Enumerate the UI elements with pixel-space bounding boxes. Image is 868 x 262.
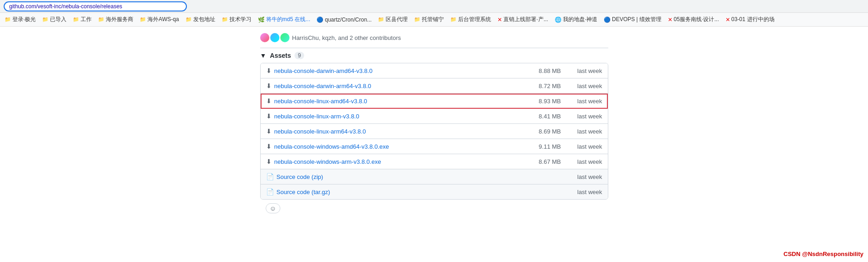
bookmark-gongzuo[interactable]: 📁 工作 xyxy=(70,15,94,24)
asset-time: last week xyxy=(561,189,602,195)
bookmark-label: 发包地址 xyxy=(193,16,215,23)
bookmark-haiwai[interactable]: 📁 海外服务商 xyxy=(95,15,136,24)
asset-size: 8.67 MB xyxy=(524,158,561,165)
main-content: HarrisChu, kqzh, and 2 other contributor… xyxy=(0,27,868,222)
bookmark-yidaoru[interactable]: 📁 已导入 xyxy=(39,15,69,24)
asset-list: ⬇ nebula-console-darwin-amd64-v3.8.0 8.8… xyxy=(260,63,608,200)
bookmark-label: 我的地盘·神道 xyxy=(563,16,597,23)
blue-icon: 🔵 xyxy=(317,17,323,23)
x3-icon: ✕ xyxy=(726,17,730,23)
folder-icon: 📁 xyxy=(42,17,49,22)
asset-link-windows-amd64[interactable]: nebula-console-windows-amd64-v3.8.0.exe xyxy=(274,143,524,150)
asset-row-linux-amd64: ⬇ nebula-console-linux-amd64-v3.8.0 8.93… xyxy=(261,94,608,109)
x-icon: ✕ xyxy=(497,17,502,23)
download-icon: ⬇ xyxy=(266,97,272,105)
assets-header: ▼ Assets 9 xyxy=(260,48,608,63)
asset-link-windows-arm[interactable]: nebula-console-windows-arm-v3.8.0.exe xyxy=(274,158,524,165)
asset-row-darwin-amd64: ⬇ nebula-console-darwin-amd64-v3.8.0 8.8… xyxy=(261,63,608,78)
x2-icon: ✕ xyxy=(668,17,672,23)
bookmark-label: 区县代理 xyxy=(386,16,408,23)
asset-link-linux-arm[interactable]: nebula-console-linux-arm-v3.8.0 xyxy=(274,113,524,120)
bookmark-wode[interactable]: 🌐 我的地盘·神道 xyxy=(552,15,600,24)
asset-time: last week xyxy=(561,143,602,150)
bookmark-label: 海外AWS-qa xyxy=(147,16,179,23)
assets-title: Assets xyxy=(270,52,291,59)
bookmark-label: 03-01 进行中的场 xyxy=(732,16,775,23)
asset-row-windows-amd64: ⬇ nebula-console-windows-amd64-v3.8.0.ex… xyxy=(261,139,608,154)
avatar-1 xyxy=(260,33,269,42)
bookmark-aws[interactable]: 📁 海外AWS-qa xyxy=(137,15,181,24)
asset-time: last week xyxy=(561,113,602,120)
bookmark-label: 海外服务商 xyxy=(106,16,133,23)
address-bar: github.com/vesoft-inc/nebula-console/rel… xyxy=(0,0,868,13)
asset-row-darwin-arm64: ⬇ nebula-console-darwin-arm64-v3.8.0 8.7… xyxy=(261,78,608,94)
bookmark-tuoguan[interactable]: 📁 托管铺宁 xyxy=(411,15,447,24)
asset-link-linux-amd64[interactable]: nebula-console-linux-amd64-v3.8.0 xyxy=(274,98,524,105)
file-icon: 📄 xyxy=(266,188,274,195)
asset-time: last week xyxy=(561,173,602,180)
asset-link-source-zip[interactable]: Source code (zip) xyxy=(277,173,524,180)
asset-size: 8.41 MB xyxy=(524,113,561,120)
globe-icon: 🌐 xyxy=(555,17,562,23)
contributors-text: HarrisChu, kqzh, and 2 other contributor… xyxy=(292,34,401,41)
bookmark-label: 已导入 xyxy=(50,16,66,23)
emoji-reaction-button[interactable]: ☺ xyxy=(266,203,280,213)
url-input[interactable]: github.com/vesoft-inc/nebula-console/rel… xyxy=(4,1,187,11)
bookmark-jinxing[interactable]: ✕ 03-01 进行中的场 xyxy=(723,15,777,24)
bookmark-devops[interactable]: 🔵 DEVOPS | 绩效管理 xyxy=(601,15,664,24)
reaction-row: ☺ xyxy=(260,200,608,217)
asset-row-windows-arm: ⬇ nebula-console-windows-arm-v3.8.0.exe … xyxy=(261,154,608,169)
bookmark-quxian[interactable]: 📁 区县代理 xyxy=(375,15,410,24)
download-icon: ⬇ xyxy=(266,82,272,89)
download-icon: ⬇ xyxy=(266,67,272,74)
contributors-line: HarrisChu, kqzh, and 2 other contributor… xyxy=(260,31,608,48)
asset-time: last week xyxy=(561,83,602,89)
bookmark-quartz[interactable]: 🔵 quartz/Cron/Cron... xyxy=(314,16,374,24)
bookmark-label: 托管铺宁 xyxy=(422,16,444,23)
folder-icon: 📁 xyxy=(378,17,384,22)
bookmark-houtai[interactable]: 📁 后台管理系统 xyxy=(448,15,494,24)
asset-row-linux-arm: ⬇ nebula-console-linux-arm-v3.8.0 8.41 M… xyxy=(261,109,608,124)
bookmark-zhixiao[interactable]: ✕ 直销上线部署·产... xyxy=(495,15,551,24)
bookmark-label: 技术学习 xyxy=(229,16,251,23)
asset-size: 8.69 MB xyxy=(524,128,561,135)
file-icon: 📄 xyxy=(266,173,274,180)
bookmark-denglu[interactable]: 📁 登录·极光 xyxy=(2,15,38,24)
avatar-2 xyxy=(270,33,279,42)
bookmark-fabao[interactable]: 📁 发包地址 xyxy=(183,15,218,24)
asset-time: last week xyxy=(561,128,602,135)
folder-icon: 📁 xyxy=(140,17,146,22)
assets-count: 9 xyxy=(295,52,304,59)
csdn-watermark: CSDN @NsdnResponsibility xyxy=(784,251,863,257)
asset-size: 8.93 MB xyxy=(524,98,561,105)
asset-row-source-zip: 📄 Source code (zip) last week xyxy=(261,169,608,184)
triangle-icon: ▼ xyxy=(260,52,267,59)
asset-row-linux-arm64: ⬇ nebula-console-linux-arm64-v3.8.0 8.69… xyxy=(261,124,608,139)
bookmark-label: 直销上线部署·产... xyxy=(503,16,548,23)
asset-link-linux-arm64[interactable]: nebula-console-linux-arm64-v3.8.0 xyxy=(274,128,524,135)
folder-icon: 📁 xyxy=(73,17,79,22)
asset-time: last week xyxy=(561,67,602,74)
asset-time: last week xyxy=(561,98,602,105)
releases-panel: HarrisChu, kqzh, and 2 other contributor… xyxy=(260,31,608,217)
bookmark-label: 后台管理系统 xyxy=(458,16,491,23)
bookmark-label: 登录·极光 xyxy=(12,16,36,23)
asset-size: 8.88 MB xyxy=(524,67,561,74)
bookmark-jishu[interactable]: 📁 技术学习 xyxy=(219,15,254,24)
folder-icon: 📁 xyxy=(5,17,11,22)
bookmark-fuwu[interactable]: ✕ 05服务南线·设计... xyxy=(665,15,722,24)
download-icon: ⬇ xyxy=(266,158,272,165)
asset-link-darwin-amd64[interactable]: nebula-console-darwin-amd64-v3.8.0 xyxy=(274,67,524,74)
download-icon: ⬇ xyxy=(266,128,272,135)
bookmark-label: 将牛的md5 在线... xyxy=(266,16,311,23)
bookmark-md5[interactable]: 🌿 将牛的md5 在线... xyxy=(255,15,313,24)
avatar-group xyxy=(260,33,289,42)
bookmark-label: quartz/Cron/Cron... xyxy=(325,17,371,23)
asset-size: 9.11 MB xyxy=(524,143,561,150)
bookmark-label: 工作 xyxy=(81,16,92,23)
asset-link-source-tgz[interactable]: Source code (tar.gz) xyxy=(277,189,524,195)
folder-icon: 📁 xyxy=(450,17,457,22)
bookmark-label: 05服务南线·设计... xyxy=(674,16,719,23)
bookmarks-bar: 📁 登录·极光 📁 已导入 📁 工作 📁 海外服务商 📁 海外AWS-qa 📁 … xyxy=(0,13,868,27)
asset-link-darwin-arm64[interactable]: nebula-console-darwin-arm64-v3.8.0 xyxy=(274,83,524,89)
